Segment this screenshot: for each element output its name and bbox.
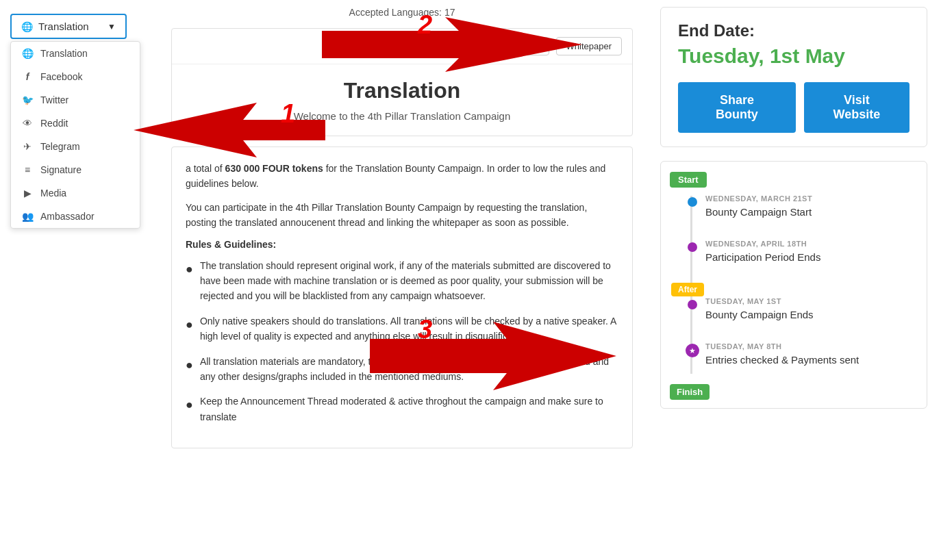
- telegram-icon: ✈: [21, 141, 34, 152]
- menu-item-telegram-label: Telegram: [40, 141, 80, 152]
- end-date-value: Tuesday, 1st May: [678, 44, 909, 68]
- reddit-icon: 👁: [21, 118, 34, 129]
- visit-website-button[interactable]: Visit Website: [804, 82, 909, 133]
- signature-icon: ≡: [21, 164, 34, 175]
- menu-item-translation[interactable]: 🌐 Translation: [11, 42, 140, 65]
- content-box: Thread Whitepaper Translation Welcome to…: [171, 28, 633, 136]
- menu-item-facebook-label: Facebook: [40, 71, 82, 82]
- rule-bullet-3: ●: [186, 355, 193, 375]
- rule-item-1: ● The translation should represent origi…: [186, 258, 618, 304]
- timeline-section: Start WEDNESDAY, MARCH 21ST Bounty Campa…: [660, 161, 927, 409]
- accepted-languages-bar: Accepted Languages: 17: [171, 7, 633, 18]
- start-badge: Start: [670, 172, 707, 188]
- rule-bullet-1: ●: [186, 259, 193, 279]
- menu-item-reddit[interactable]: 👁 Reddit: [11, 112, 140, 135]
- menu-item-media[interactable]: ▶ Media: [11, 181, 140, 205]
- timeline-date-4: TUESDAY, MAY 8TH: [705, 342, 909, 351]
- timeline-item-entries: ★ TUESDAY, MAY 8TH Entries checked & Pay…: [705, 342, 909, 367]
- rule-item-3: ● All translation materials are mandator…: [186, 354, 618, 385]
- action-buttons: Share Bounty Visit Website: [678, 82, 909, 133]
- main-content: Accepted Languages: 17 Thread Whitepaper…: [158, 0, 647, 560]
- timeline-text-3: Bounty Campaign Ends: [705, 307, 909, 322]
- content-title: Translation: [172, 64, 632, 110]
- timeline-text-2: Participation Period Ends: [705, 250, 909, 264]
- menu-item-facebook[interactable]: f Facebook: [11, 65, 140, 88]
- menu-item-twitter-label: Twitter: [40, 94, 68, 105]
- translation-menu-icon: 🌐: [21, 48, 34, 59]
- whitepaper-button[interactable]: Whitepaper: [556, 37, 622, 55]
- dropdown-button[interactable]: 🌐 Translation ▼: [10, 14, 127, 39]
- intro-text: a total of 630 000 FOUR tokens for the T…: [186, 161, 618, 192]
- menu-item-ambassador[interactable]: 👥 Ambassador: [11, 205, 140, 228]
- end-date-section: End Date: Tuesday, 1st May Share Bounty …: [660, 7, 927, 147]
- rule-text-1: The translation should represent origina…: [200, 258, 618, 304]
- chevron-down-icon: ▼: [108, 22, 116, 31]
- timeline-item-participation-end: WEDNESDAY, APRIL 18TH Participation Peri…: [705, 240, 909, 264]
- left-panel: 🌐 Translation ▼ 🌐 Translation f Facebook…: [0, 0, 158, 560]
- content-header: Thread Whitepaper: [172, 29, 632, 64]
- timeline-item-after: After: [705, 285, 909, 290]
- end-date-label: End Date:: [678, 21, 909, 40]
- ambassador-icon: 👥: [21, 211, 34, 222]
- timeline-date-3: TUESDAY, MAY 1ST: [705, 297, 909, 305]
- timeline-dot-blue-1: [688, 197, 697, 207]
- timeline-item-start: Start: [705, 175, 909, 182]
- rule-text-3: All translation materials are mandatory,…: [200, 354, 618, 385]
- facebook-icon: f: [21, 71, 34, 82]
- media-icon: ▶: [21, 188, 34, 199]
- menu-item-ambassador-label: Ambassador: [40, 211, 95, 222]
- timeline-item-finish: Finish: [705, 387, 909, 394]
- finish-badge: Finish: [670, 384, 710, 400]
- right-panel: End Date: Tuesday, 1st May Share Bounty …: [647, 0, 941, 560]
- twitter-icon: 🐦: [21, 94, 34, 105]
- timeline-dot-purple-2: [688, 300, 697, 309]
- timeline-item-bounty-start: WEDNESDAY, MARCH 21ST Bounty Campaign St…: [705, 194, 909, 219]
- timeline-date-2: WEDNESDAY, APRIL 18TH: [705, 240, 909, 248]
- menu-item-twitter[interactable]: 🐦 Twitter: [11, 88, 140, 112]
- timeline-text-4: Entries checked & Payments sent: [705, 353, 909, 367]
- share-bounty-button[interactable]: Share Bounty: [678, 82, 796, 133]
- content-body: a total of 630 000 FOUR tokens for the T…: [171, 147, 633, 448]
- dropdown-label: Translation: [38, 21, 89, 32]
- rule-item-2: ● Only native speakers should do transla…: [186, 314, 618, 344]
- rule-text-4: Keep the Announcement Thread moderated &…: [200, 394, 618, 424]
- participation-text: You can participate in the 4th Pillar Tr…: [186, 200, 618, 231]
- menu-item-media-label: Media: [40, 188, 66, 199]
- after-badge: After: [671, 283, 704, 296]
- menu-item-signature-label: Signature: [40, 164, 81, 175]
- dropdown-menu: 🌐 Translation f Facebook 🐦 Twitter 👁 Red…: [10, 41, 140, 229]
- menu-item-reddit-label: Reddit: [40, 118, 68, 129]
- menu-item-telegram[interactable]: ✈ Telegram: [11, 135, 140, 158]
- timeline: Start WEDNESDAY, MARCH 21ST Bounty Campa…: [678, 175, 909, 394]
- rule-text-2: Only native speakers should do translati…: [200, 314, 618, 344]
- timeline-date-1: WEDNESDAY, MARCH 21ST: [705, 194, 909, 203]
- rule-item-4: ● Keep the Announcement Thread moderated…: [186, 394, 618, 424]
- content-subtitle: Welcome to the 4th Pillar Translation Ca…: [172, 110, 632, 136]
- translation-icon: 🌐: [21, 21, 33, 32]
- rules-heading: Rules & Guidelines:: [186, 239, 618, 250]
- timeline-item-bounty-ends: TUESDAY, MAY 1ST Bounty Campaign Ends: [705, 297, 909, 322]
- timeline-dot-purple-1: [688, 242, 697, 252]
- timeline-text-1: Bounty Campaign Start: [705, 205, 909, 219]
- accepted-languages-text: Accepted Languages: 17: [349, 7, 455, 18]
- rule-bullet-2: ●: [186, 315, 193, 335]
- timeline-dot-star: ★: [686, 344, 699, 357]
- menu-item-signature[interactable]: ≡ Signature: [11, 158, 140, 181]
- menu-item-translation-label: Translation: [40, 48, 88, 59]
- rules-section: Rules & Guidelines: ● The translation sh…: [186, 239, 618, 425]
- thread-button[interactable]: Thread: [500, 37, 549, 55]
- rule-bullet-4: ●: [186, 395, 193, 415]
